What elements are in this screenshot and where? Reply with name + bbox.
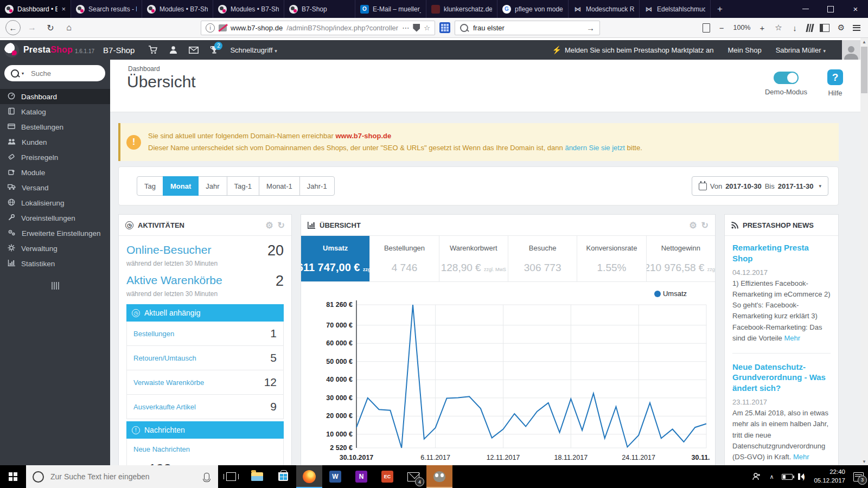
new-messages-link[interactable]: Neue Nachrichten — [133, 445, 190, 453]
bookmark-star-icon[interactable]: ☆ — [424, 24, 430, 32]
scroll-up-arrow[interactable]: ▲ — [860, 38, 868, 46]
gear-icon[interactable]: ⚙ — [689, 220, 697, 230]
back-button[interactable]: ← — [5, 20, 21, 35]
browser-tab[interactable]: klunkerschatz.de - — [426, 0, 497, 18]
filter-tab-jahr-1[interactable]: Jahr-1 — [299, 176, 335, 196]
url-bar[interactable]: i www.b7-shop.de /adminB7Shop/index.php?… — [201, 21, 435, 35]
start-button[interactable] — [0, 465, 26, 488]
reload-button[interactable]: ↻ — [43, 21, 58, 35]
downloads-icon[interactable]: ↓ — [790, 23, 800, 33]
clock[interactable]: 22:40 05.12.2017 — [814, 468, 845, 485]
kpi-tile-konversionsrate[interactable]: Konversionsrate1.55% — [577, 236, 646, 281]
sidebar-item-dashboard[interactable]: Dashboard — [0, 89, 110, 104]
task-view-button[interactable] — [218, 465, 244, 488]
ec-app-button[interactable]: EC — [374, 465, 400, 488]
news-article-title[interactable]: Remarketing Presta Shop — [732, 242, 831, 264]
sidebar-item-verwaltung[interactable]: Verwaltung — [0, 241, 110, 256]
sidebar-item-bestellungen[interactable]: Bestellungen — [0, 119, 110, 134]
volume-icon[interactable] — [801, 473, 806, 480]
news-more-link[interactable]: Mehr — [784, 334, 800, 342]
marketplace-link[interactable]: ⚡Melden Sie sich beim Prestashop Marktpl… — [552, 46, 713, 54]
zoom-in-button[interactable]: + — [758, 23, 767, 33]
pocket-icon[interactable] — [413, 24, 420, 32]
domain-link[interactable]: www.b7-shop.de — [335, 132, 391, 140]
filter-tab-tag-1[interactable]: Tag-1 — [227, 176, 260, 196]
library-icon[interactable] — [806, 24, 814, 32]
sidebar-item-kunden[interactable]: Kunden — [0, 134, 110, 150]
battery-icon[interactable] — [782, 474, 793, 480]
new-tab-button[interactable]: + — [711, 0, 729, 18]
shop-name[interactable]: B7-Shop — [103, 46, 135, 55]
sidebar-item-versand[interactable]: Versand — [0, 180, 110, 195]
sidebar-search[interactable]: ▾ — [4, 65, 105, 81]
search-input[interactable] — [472, 23, 583, 33]
sidebar-item-lokalisierung[interactable]: Lokalisierung — [0, 195, 110, 210]
tab-close-icon[interactable]: × — [61, 5, 66, 13]
mail-button[interactable]: 4 — [400, 465, 426, 488]
sidebar-search-input[interactable] — [30, 69, 86, 78]
restore-button[interactable] — [818, 0, 843, 18]
file-explorer-button[interactable] — [244, 465, 270, 488]
user-menu[interactable]: Sabrina Müller▾ — [776, 46, 826, 54]
scroll-down-arrow[interactable]: ▼ — [860, 458, 868, 465]
active-carts-link[interactable]: Aktive Warenkörbe — [126, 274, 222, 287]
umsatz-line-chart[interactable]: 2 520 €10 000 €20 000 €30 000 €40 000 €5… — [304, 284, 710, 464]
firefox-button[interactable] — [296, 465, 322, 488]
customers-icon[interactable] — [163, 46, 183, 54]
mail-icon[interactable] — [183, 47, 204, 54]
help-icon[interactable]: ? — [827, 69, 843, 85]
browser-search-field[interactable]: → — [455, 21, 600, 35]
word-button[interactable]: W — [322, 465, 348, 488]
chevron-down-icon[interactable]: ▾ — [22, 71, 24, 76]
sidebar-collapse-handle[interactable] — [49, 282, 61, 290]
forward-button[interactable]: → — [25, 21, 39, 35]
filter-tab-monat-1[interactable]: Monat-1 — [259, 176, 300, 196]
filter-tab-tag[interactable]: Tag — [137, 176, 163, 196]
browser-tab[interactable]: B7-Shop — [284, 0, 355, 18]
gear-icon[interactable]: ⚙ — [265, 220, 273, 230]
kpi-tile-bestellungen[interactable]: Bestellungen4 746 — [370, 236, 439, 281]
avatar[interactable] — [842, 40, 860, 60]
zoom-out-button[interactable]: − — [717, 23, 726, 33]
news-more-link[interactable]: Mehr — [793, 453, 809, 461]
pending-row-link[interactable]: Verwaiste Warenkörbe — [133, 378, 204, 387]
page-scrollbar[interactable]: ▲ ▼ — [860, 38, 868, 465]
taskbar-search[interactable] — [26, 465, 218, 488]
plugin-blocked-icon[interactable] — [219, 24, 227, 31]
prestashop-logo[interactable] — [4, 43, 19, 57]
refresh-icon[interactable]: ↻ — [701, 220, 709, 230]
sidebar-toggle-icon[interactable] — [820, 24, 829, 32]
sidebar-item-voreinstellungen[interactable]: Voreinstellungen — [0, 210, 110, 226]
sidebar-item-statistiken[interactable]: Statistiken — [0, 256, 110, 271]
zoom-level[interactable]: 100% — [733, 24, 751, 31]
cart-icon[interactable] — [142, 46, 163, 54]
sidebar-item-preisregeln[interactable]: Preisregeln — [0, 150, 110, 165]
browser-tab[interactable]: ⋈Edelstahlschmuck — [640, 0, 711, 18]
onenote-button[interactable]: N — [348, 465, 374, 488]
my-shop-link[interactable]: Mein Shop — [727, 46, 761, 54]
search-go-icon[interactable]: → — [586, 23, 595, 33]
kpi-tile-umsatz[interactable]: Umsatz611 747,00 € zzgl. — [301, 236, 370, 281]
kpi-tile-warenkorbwert[interactable]: Warenkorbwert128,90 € zzgl. MwS — [439, 236, 508, 281]
pending-row-link[interactable]: Bestellungen — [133, 330, 174, 338]
browser-tab[interactable]: Gpflege von modes — [497, 0, 569, 18]
bookmarks-menu-icon[interactable]: ☆ — [774, 23, 783, 33]
minimize-button[interactable] — [793, 0, 818, 18]
demo-mode-toggle[interactable] — [774, 72, 799, 84]
settings-icon[interactable]: ⚙ — [837, 23, 846, 33]
sidebar-item-katalog[interactable]: Katalog — [0, 104, 110, 119]
microsoft-store-button[interactable] — [270, 465, 296, 488]
grid-bookmark-icon[interactable] — [439, 22, 450, 33]
filter-tab-jahr[interactable]: Jahr — [198, 176, 227, 196]
chart-legend[interactable]: Umsatz — [654, 290, 687, 298]
sidebar-item-module[interactable]: Module — [0, 165, 110, 180]
pending-row-link[interactable]: Ausverkaufte Artikel — [133, 403, 196, 411]
kpi-tile-besuche[interactable]: Besuche306 773 — [508, 236, 577, 281]
close-button[interactable]: × — [843, 0, 868, 18]
kpi-tile-nettogewinn[interactable]: Nettogewinn210 976,58 € zzgl. — [647, 236, 715, 281]
save-page-icon[interactable] — [703, 23, 710, 33]
home-button[interactable]: ⌂ — [62, 21, 76, 35]
tray-expand-icon[interactable]: ∧ — [769, 473, 774, 480]
microphone-icon[interactable] — [204, 473, 209, 480]
browser-tab[interactable]: Dashboard • B7× — [0, 0, 71, 18]
